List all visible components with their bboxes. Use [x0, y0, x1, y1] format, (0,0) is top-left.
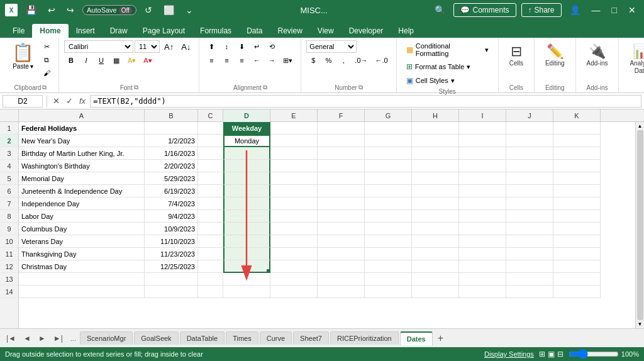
- zoom-slider[interactable]: [569, 349, 619, 359]
- cell-g5[interactable]: [365, 172, 412, 185]
- cell-e8[interactable]: [270, 210, 318, 223]
- increase-font-button[interactable]: A↑: [161, 40, 177, 53]
- cell-i10[interactable]: [459, 235, 506, 248]
- cell-k2[interactable]: [553, 135, 601, 147]
- cell-c13[interactable]: [198, 273, 223, 286]
- cell-a3[interactable]: Birthday of Martin Luther King, Jr.: [19, 147, 145, 160]
- cell-a9[interactable]: Columbus Day: [19, 223, 145, 235]
- normal-view-button[interactable]: ⊞: [539, 350, 545, 358]
- cell-f12[interactable]: [318, 260, 365, 273]
- cell-i4[interactable]: [459, 160, 506, 172]
- cell-d7[interactable]: [223, 197, 270, 210]
- cell-j4[interactable]: [506, 160, 553, 172]
- scroll-thumb[interactable]: [637, 130, 643, 320]
- cell-e1[interactable]: [270, 122, 318, 135]
- cell-d9[interactable]: [223, 223, 270, 235]
- cell-j11[interactable]: [506, 248, 553, 260]
- cell-g11[interactable]: [365, 248, 412, 260]
- tab-nav-last[interactable]: ►|: [50, 331, 67, 345]
- cell-f3[interactable]: [318, 147, 365, 160]
- refresh-button[interactable]: ↺: [142, 4, 155, 16]
- cell-e14[interactable]: [270, 286, 318, 298]
- cell-k3[interactable]: [553, 147, 601, 160]
- cell-h13[interactable]: [412, 273, 459, 286]
- cell-j12[interactable]: [506, 260, 553, 273]
- cell-e6[interactable]: [270, 185, 318, 197]
- cell-c10[interactable]: [198, 235, 223, 248]
- cell-j7[interactable]: [506, 197, 553, 210]
- cell-c5[interactable]: [198, 172, 223, 185]
- cell-c4[interactable]: [198, 160, 223, 172]
- row-num-3[interactable]: 3: [0, 147, 18, 160]
- cell-j1[interactable]: [506, 122, 553, 135]
- cells-button[interactable]: ⊟ Cells: [504, 40, 529, 70]
- bold-button[interactable]: B: [64, 54, 78, 67]
- alignment-expand-icon[interactable]: ⧉: [263, 84, 267, 91]
- col-header-d[interactable]: D: [223, 109, 270, 122]
- cell-e4[interactable]: [270, 160, 318, 172]
- cell-f7[interactable]: [318, 197, 365, 210]
- cell-i2[interactable]: [459, 135, 506, 147]
- cell-a14[interactable]: [19, 286, 145, 298]
- cell-j2[interactable]: [506, 135, 553, 147]
- cell-e12[interactable]: [270, 260, 318, 273]
- cell-h9[interactable]: [412, 223, 459, 235]
- paste-button[interactable]: 📋 Paste ▾: [8, 40, 38, 72]
- sheet-tab-goalseek[interactable]: GoalSeek: [134, 331, 178, 345]
- wrap-text-button[interactable]: ↵: [250, 40, 264, 53]
- cell-g1[interactable]: [365, 122, 412, 135]
- cell-b11[interactable]: 11/23/2023: [145, 248, 198, 260]
- cell-a12[interactable]: Christmas Day: [19, 260, 145, 273]
- cell-j3[interactable]: [506, 147, 553, 160]
- scroll-up-button[interactable]: ▲: [638, 123, 643, 129]
- cell-k14[interactable]: [553, 286, 601, 298]
- decrease-indent-button[interactable]: ←: [250, 54, 264, 67]
- tab-help[interactable]: Help: [391, 24, 421, 38]
- cell-a11[interactable]: Thanksgiving Day: [19, 248, 145, 260]
- cell-i3[interactable]: [459, 147, 506, 160]
- cell-h2[interactable]: [412, 135, 459, 147]
- cell-k13[interactable]: [553, 273, 601, 286]
- cell-j6[interactable]: [506, 185, 553, 197]
- cell-k8[interactable]: [553, 210, 601, 223]
- cell-f13[interactable]: [318, 273, 365, 286]
- cell-a2[interactable]: New Year's Day: [19, 135, 145, 147]
- cell-k9[interactable]: [553, 223, 601, 235]
- cell-c14[interactable]: [198, 286, 223, 298]
- autosave-toggle[interactable]: AutoSave Off: [82, 5, 136, 15]
- font-expand-icon[interactable]: ⧉: [134, 84, 138, 91]
- cell-d2[interactable]: Monday: [223, 135, 270, 147]
- decrease-font-button[interactable]: A↓: [178, 40, 194, 53]
- add-sheet-button[interactable]: +: [434, 331, 447, 345]
- row-num-7[interactable]: 7: [0, 197, 18, 210]
- row-num-5[interactable]: 5: [0, 172, 18, 185]
- sheet-tab-datatable[interactable]: DataTable: [180, 331, 225, 345]
- cell-b2[interactable]: 1/2/2023: [145, 135, 198, 147]
- cell-h14[interactable]: [412, 286, 459, 298]
- merge-center-button[interactable]: ⊞▾: [280, 54, 296, 67]
- cancel-formula-button[interactable]: ✕: [51, 96, 62, 106]
- number-format-select[interactable]: General: [306, 40, 357, 53]
- cell-g8[interactable]: [365, 210, 412, 223]
- cell-k10[interactable]: [553, 235, 601, 248]
- cell-k5[interactable]: [553, 172, 601, 185]
- increase-indent-button[interactable]: →: [265, 54, 279, 67]
- row-num-11[interactable]: 11: [0, 248, 18, 260]
- tab-insert[interactable]: Insert: [69, 24, 103, 38]
- tab-developer[interactable]: Developer: [341, 24, 391, 38]
- cell-h3[interactable]: [412, 147, 459, 160]
- row-num-1[interactable]: 1: [0, 122, 18, 135]
- cell-i6[interactable]: [459, 185, 506, 197]
- col-header-f[interactable]: F: [318, 109, 365, 122]
- cell-j13[interactable]: [506, 273, 553, 286]
- cell-c9[interactable]: [198, 223, 223, 235]
- conditional-formatting-button[interactable]: ▦ Conditional Formatting ▾: [402, 40, 493, 59]
- cell-h1[interactable]: [412, 122, 459, 135]
- col-header-c[interactable]: C: [198, 109, 223, 122]
- cell-d8[interactable]: [223, 210, 270, 223]
- align-middle-button[interactable]: ↕: [219, 40, 233, 53]
- cell-e7[interactable]: [270, 197, 318, 210]
- cell-e3[interactable]: [270, 147, 318, 160]
- sheet-tab-dates[interactable]: Dates: [400, 331, 433, 345]
- close-button[interactable]: ✕: [625, 4, 639, 16]
